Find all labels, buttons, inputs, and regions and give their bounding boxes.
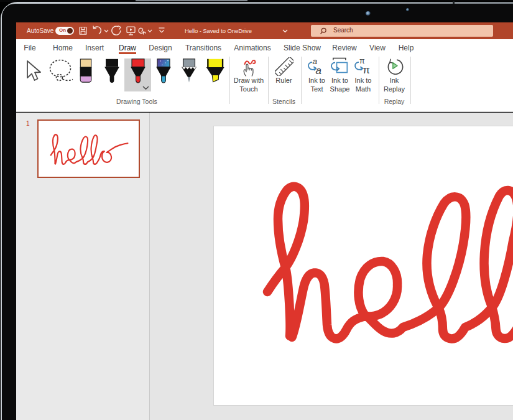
svg-text:a: a [316, 65, 321, 75]
svg-text:π: π [363, 64, 370, 75]
